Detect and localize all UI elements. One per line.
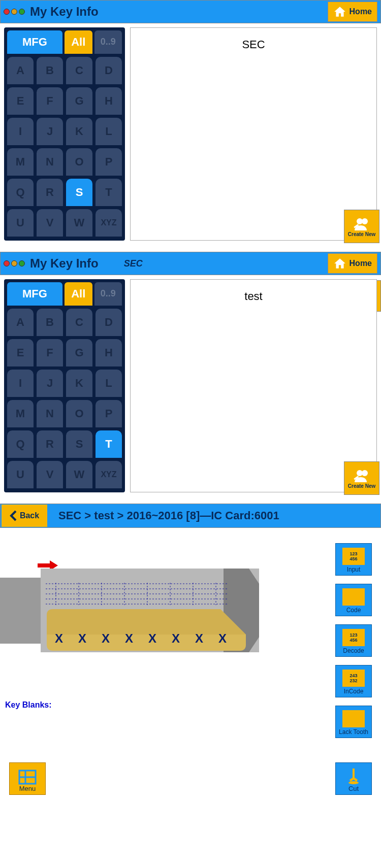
key-q[interactable]: Q [7, 179, 34, 206]
key-g[interactable]: G [66, 87, 92, 115]
key-p[interactable]: P [96, 148, 122, 176]
back-button[interactable]: Back [2, 505, 47, 527]
body: MFG All 0..9 ABCDEFGHIJKLMNOPQRSTUVWXYZ … [0, 23, 381, 245]
key-m[interactable]: M [7, 400, 34, 427]
key-k[interactable]: K [66, 118, 92, 145]
key-n[interactable]: N [37, 148, 63, 176]
all-button[interactable]: All [65, 30, 92, 54]
num-button[interactable]: 0..9 [94, 282, 122, 306]
cut-value: X [148, 631, 156, 646]
key-w[interactable]: W [66, 461, 92, 488]
chevron-left-icon [10, 510, 17, 521]
mfg-button[interactable]: MFG [7, 282, 62, 306]
key-e[interactable]: E [7, 87, 34, 115]
screen-1: My Key Info Home MFG All 0..9 ABCDEFGHIJ… [0, 0, 381, 245]
side-button-label: Code [346, 607, 361, 614]
all-button[interactable]: All [65, 282, 92, 306]
key-k[interactable]: K [66, 370, 92, 397]
home-button[interactable]: Home [328, 2, 377, 22]
dot-green [19, 9, 25, 15]
key-v[interactable]: V [37, 209, 63, 237]
home-icon [333, 257, 346, 270]
side-button-label: InCode [344, 688, 364, 695]
mfg-button[interactable]: MFG [7, 30, 62, 54]
key-b[interactable]: B [37, 309, 63, 336]
create-new-button[interactable]: Create New [344, 210, 379, 243]
key-l[interactable]: L [96, 370, 122, 397]
key-j[interactable]: J [37, 370, 63, 397]
code-button[interactable]: Code [335, 584, 372, 616]
key-o[interactable]: O [66, 148, 92, 176]
key-s[interactable]: S [66, 179, 92, 206]
create-icon [353, 468, 371, 482]
key-i[interactable]: I [7, 370, 34, 397]
key-l[interactable]: L [96, 118, 122, 145]
key-t[interactable]: T [96, 430, 122, 458]
key-o[interactable]: O [66, 400, 92, 427]
key-m[interactable]: M [7, 148, 34, 176]
list-item[interactable]: SEC [141, 38, 366, 51]
cut-value: X [102, 631, 110, 646]
key-r[interactable]: R [37, 430, 63, 458]
cut-button[interactable]: Cut [335, 762, 372, 795]
key-n[interactable]: N [37, 400, 63, 427]
incode-button[interactable]: 243 232InCode [335, 665, 372, 697]
key-p[interactable]: P [96, 400, 122, 427]
key-i[interactable]: I [7, 118, 34, 145]
cut-value: X [218, 631, 227, 646]
topbar: My Key Info SEC Home [0, 252, 381, 275]
key-f[interactable]: F [37, 339, 63, 366]
topbar: My Key Info Home [0, 0, 381, 23]
body: MFG All 0..9 ABCDEFGHIJKLMNOPQRSTUVWXYZ … [0, 275, 381, 496]
lack-tooth-button[interactable]: Lack Tooth [335, 706, 372, 738]
cut-value: X [78, 631, 86, 646]
bottom-buttons: Menu Cut [9, 762, 372, 795]
key-t[interactable]: T [96, 179, 122, 206]
key-blanks-label: Key Blanks: [5, 700, 52, 710]
cut-value: X [195, 631, 203, 646]
list-item[interactable]: test [141, 290, 366, 303]
home-button[interactable]: Home [328, 253, 377, 274]
key-xyz[interactable]: XYZ [96, 461, 122, 488]
create-icon [353, 216, 371, 230]
key-b[interactable]: B [37, 57, 63, 84]
key-u[interactable]: U [7, 461, 34, 488]
input-icon: 123 456 [342, 548, 365, 565]
key-w[interactable]: W [66, 209, 92, 237]
create-label: Create New [348, 483, 375, 489]
key-j[interactable]: J [37, 118, 63, 145]
key-xyz[interactable]: XYZ [96, 209, 122, 237]
input-button[interactable]: 123 456Input [335, 543, 372, 576]
key-f[interactable]: F [37, 87, 63, 115]
page-title: My Key Info [30, 256, 99, 271]
key-v[interactable]: V [37, 461, 63, 488]
menu-icon [18, 770, 37, 785]
key-g[interactable]: G [66, 339, 92, 366]
menu-button[interactable]: Menu [9, 762, 46, 795]
key-h[interactable]: H [96, 87, 122, 115]
create-new-button[interactable]: Create New [344, 461, 379, 495]
key-d[interactable]: D [96, 57, 122, 84]
num-button[interactable]: 0..9 [94, 30, 122, 54]
key-a[interactable]: A [7, 57, 34, 84]
key-d[interactable]: D [96, 309, 122, 336]
key-r[interactable]: R [37, 179, 63, 206]
key-h[interactable]: H [96, 339, 122, 366]
decode-button[interactable]: 123 456Decode [335, 624, 372, 657]
back-label: Back [20, 511, 39, 520]
key-c[interactable]: C [66, 57, 92, 84]
screen-3: Back SEC > test > 2016~2016 [8]—IC Card:… [0, 504, 381, 797]
keyboard-panel: MFG All 0..9 ABCDEFGHIJKLMNOPQRSTUVWXYZ [4, 27, 125, 241]
key-s[interactable]: S [66, 430, 92, 458]
dot-yellow [11, 9, 17, 15]
key-e[interactable]: E [7, 339, 34, 366]
code-icon [342, 588, 365, 606]
key-u[interactable]: U [7, 209, 34, 237]
key-q[interactable]: Q [7, 430, 34, 458]
key-c[interactable]: C [66, 309, 92, 336]
side-button-label: Input [347, 566, 361, 573]
key-a[interactable]: A [7, 309, 34, 336]
dot-green [19, 260, 25, 266]
cut-label: Cut [348, 785, 359, 792]
svg-point-1 [362, 218, 368, 224]
